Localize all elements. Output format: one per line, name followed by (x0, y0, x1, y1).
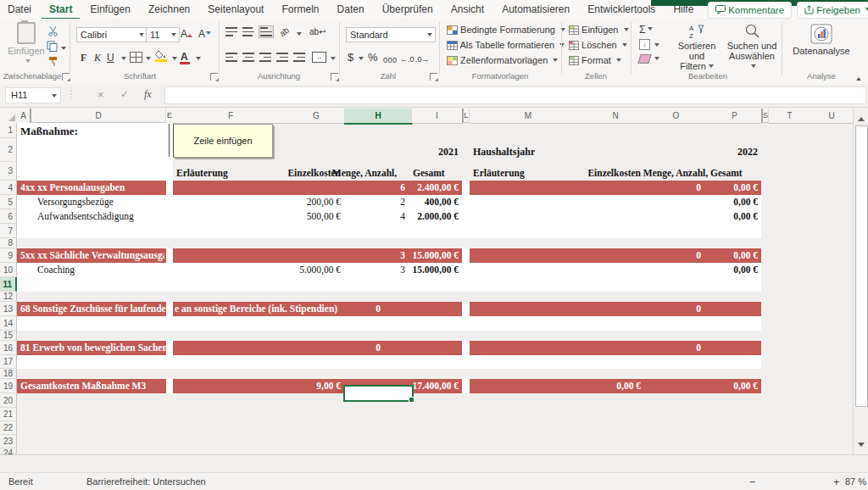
col-header-M[interactable]: M (470, 109, 587, 124)
row-header-17[interactable]: 17 (0, 355, 17, 369)
formula-input[interactable] (164, 86, 866, 104)
tab-start[interactable]: Start (42, 0, 80, 20)
decrease-indent-icon[interactable] (276, 53, 288, 62)
row-header-20[interactable]: 20 (0, 393, 17, 408)
row-header-13[interactable]: 13 (0, 302, 17, 316)
row-header-5[interactable]: 5 (0, 195, 17, 209)
col-header-A[interactable]: A (17, 109, 31, 124)
cell-styles-button[interactable]: Zellenformatvorlagen (447, 54, 558, 67)
sort-filter-button[interactable]: AZ Sortieren und Filtern (670, 24, 724, 71)
insert-row-shape-button[interactable]: Zeile einfügen (173, 124, 273, 158)
cell-r6-total[interactable]: 2.000,00 € (391, 209, 459, 224)
align-top-icon[interactable] (225, 27, 237, 36)
cell-r13-label[interactable]: 68 Sonstige Zuschüsse für laufende Zwec (20, 302, 166, 316)
row-header-8[interactable]: 8 (0, 238, 17, 248)
copy-button[interactable] (47, 41, 66, 53)
collapse-ribbon-icon[interactable] (856, 75, 861, 81)
cell-r5-total2[interactable]: 0,00 € (690, 195, 758, 209)
zoom-in-button[interactable]: + (833, 473, 840, 490)
align-middle-icon[interactable] (242, 27, 254, 36)
increase-decimal-button[interactable]: ←.0 (400, 53, 415, 66)
format-cells-button[interactable]: Format (569, 54, 621, 67)
header-gesamt-right[interactable]: Gesamt (710, 166, 743, 181)
row-header-2[interactable]: 2 (0, 138, 17, 162)
number-dialog-launcher-icon[interactable] (430, 73, 437, 81)
share-button[interactable]: Freigeben (797, 2, 868, 19)
data-analysis-button[interactable]: Datenanalyse (788, 24, 854, 56)
zoom-out-button[interactable]: − (749, 473, 756, 490)
col-header-U[interactable]: U (810, 109, 854, 124)
tab-ansicht[interactable]: Ansicht (443, 0, 492, 18)
header-einzelkosten-right[interactable]: Einzelkosten (573, 166, 641, 181)
row-header-4[interactable]: 4 (0, 181, 17, 195)
col-header-I[interactable]: I (412, 109, 463, 124)
font-name-combo[interactable]: Calibri (76, 27, 147, 42)
merge-caret-icon[interactable] (331, 57, 336, 63)
row-header-1[interactable]: 1 (0, 123, 17, 138)
cell-r19-label[interactable]: Gesamtkosten Maßnahme M3 (20, 379, 164, 393)
row-header-9[interactable]: 9 (0, 248, 17, 263)
cell-r5-unit[interactable]: 200,00 € (273, 195, 341, 209)
increase-indent-icon[interactable] (293, 53, 305, 62)
col-header-L[interactable]: L (462, 109, 470, 123)
cell-r19-unit[interactable]: 9,00 € (273, 379, 341, 393)
row-header-3[interactable]: 3 (0, 162, 17, 181)
cell-r13-qty2[interactable]: 0 (633, 302, 701, 316)
col-header-D[interactable]: D (30, 109, 166, 123)
cell-haushaltsjahr[interactable]: Haushaltsjahr (473, 145, 535, 159)
cell-year-2021[interactable]: 2021 (387, 145, 459, 159)
header-erlauterung-left[interactable]: Erläuterung (176, 166, 228, 181)
currency-button[interactable]: $ (348, 51, 353, 64)
underline-button[interactable]: U (107, 51, 114, 64)
wrap-text-button[interactable]: ab↩ (309, 25, 326, 39)
enter-icon[interactable]: ✓ (120, 88, 129, 100)
cell-r6-unit[interactable]: 500,00 € (273, 209, 341, 224)
col-header-S[interactable]: S (761, 109, 769, 123)
italic-button[interactable]: K (94, 51, 101, 64)
cell-r6-total2[interactable]: 0,00 € (690, 209, 758, 224)
cell-r13-qty[interactable]: 0 (344, 302, 412, 316)
percent-button[interactable]: % (368, 51, 378, 64)
row-header-15[interactable]: 15 (0, 331, 17, 341)
insert-cells-button[interactable]: Einfügen (569, 24, 629, 36)
zoom-level[interactable]: 87 % (845, 473, 866, 490)
format-painter-button[interactable] (47, 56, 58, 69)
clear-icon[interactable] (637, 54, 652, 64)
row-header-21[interactable]: 21 (0, 408, 17, 421)
row-header-24[interactable]: 24 (0, 448, 17, 454)
fill-handle[interactable] (409, 397, 415, 403)
col-header-T[interactable]: T (769, 109, 811, 124)
clipboard-dialog-launcher-icon[interactable] (62, 73, 70, 81)
col-header-N[interactable]: N (587, 109, 645, 124)
format-as-table-button[interactable]: Als Tabelle formatieren (447, 39, 565, 52)
cell-r19-total2[interactable]: 0,00 € (690, 379, 758, 393)
cell-r16-qty[interactable]: 0 (344, 341, 412, 355)
fill-caret-icon[interactable] (654, 43, 659, 49)
merge-center-icon[interactable]: ↔ (312, 52, 326, 63)
comma-style-button[interactable]: 000 (383, 53, 398, 67)
scroll-down-icon[interactable] (858, 443, 865, 450)
cell-r10-unit[interactable]: 5.000,00 € (273, 263, 341, 277)
tab-formeln[interactable]: Formeln (274, 0, 326, 18)
col-header-O[interactable]: O (644, 109, 709, 124)
row-header-11[interactable]: 11 (0, 277, 17, 292)
fill-color-caret-icon[interactable] (172, 57, 177, 63)
name-box[interactable]: H11 (5, 87, 61, 103)
font-color-caret-icon[interactable] (196, 57, 201, 63)
fill-down-icon[interactable]: ↓ (639, 39, 650, 50)
row-header-19[interactable]: 19 (0, 379, 17, 393)
row-header-7[interactable]: 7 (0, 224, 17, 238)
cell-year-2022[interactable]: 2022 (686, 145, 758, 159)
cell-r4-total2[interactable]: 0,00 € (690, 181, 758, 195)
cell-r9-total2[interactable]: 0,00 € (690, 248, 758, 263)
col-header-P[interactable]: P (708, 109, 762, 124)
cell-title[interactable]: Maßnahme: (20, 124, 78, 138)
paste-button[interactable]: Einfügen (7, 22, 46, 66)
grow-font-button[interactable]: A (181, 27, 192, 41)
font-color-button[interactable]: A (181, 50, 188, 64)
align-left-icon[interactable] (225, 53, 237, 62)
conditional-formatting-button[interactable]: Bedingte Formatierung (447, 24, 565, 36)
cell-r9-label[interactable]: 5xx xx Sächliche Verwaltungsausgaben (20, 248, 164, 263)
cell-r10-total2[interactable]: 0,00 € (690, 263, 758, 277)
tab-seitenlayout[interactable]: Seitenlayout (200, 0, 271, 18)
